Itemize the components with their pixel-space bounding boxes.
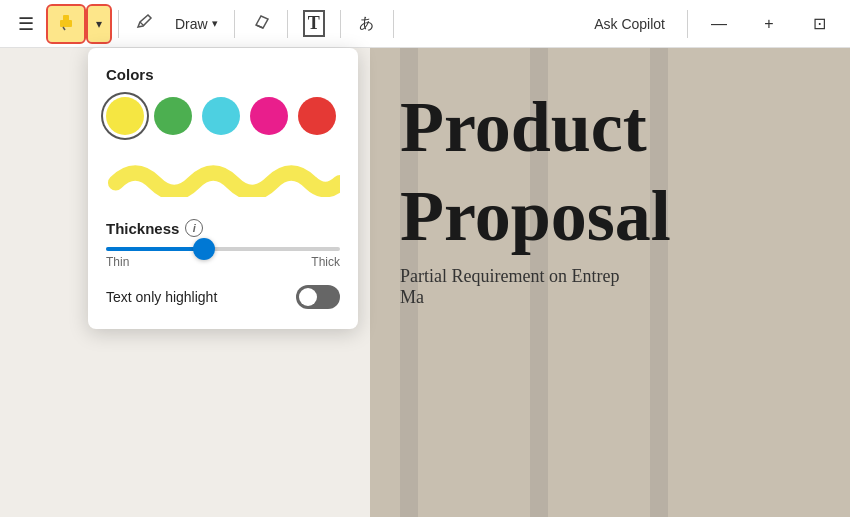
- hamburger-icon: ☰: [18, 13, 34, 35]
- document-area: Product Proposal Partial Requirement on …: [370, 48, 850, 517]
- highlighter-button[interactable]: [48, 6, 84, 42]
- svg-rect-1: [63, 15, 69, 21]
- divider-3: [287, 10, 288, 38]
- slider-thick-label: Thick: [311, 255, 340, 269]
- eraser-icon: [251, 11, 271, 36]
- highlighter-dropdown: Colors Thickness i Thin Thick Text only …: [88, 48, 358, 329]
- svg-marker-3: [138, 15, 151, 27]
- thickness-slider-container: [106, 247, 340, 251]
- ask-copilot-button[interactable]: Ask Copilot: [580, 10, 679, 38]
- draw-chevron-icon: ▾: [212, 17, 218, 30]
- maximize-button[interactable]: +: [746, 0, 792, 48]
- draw-label: Draw: [175, 16, 208, 32]
- divider-2: [234, 10, 235, 38]
- color-swatch-yellow[interactable]: [106, 97, 144, 135]
- divider-5: [393, 10, 394, 38]
- eraser-button[interactable]: [243, 6, 279, 42]
- close-icon: ⊡: [813, 14, 826, 33]
- color-swatch-red[interactable]: [298, 97, 336, 135]
- thickness-info-icon[interactable]: i: [185, 219, 203, 237]
- color-swatch-pink[interactable]: [250, 97, 288, 135]
- text-only-highlight-toggle[interactable]: [296, 285, 340, 309]
- slider-track: [106, 247, 340, 251]
- pen-tool-button[interactable]: [127, 6, 163, 42]
- minimize-icon: —: [711, 15, 727, 33]
- draw-button[interactable]: Draw ▾: [167, 12, 226, 36]
- toggle-knob: [299, 288, 317, 306]
- slider-fill: [106, 247, 204, 251]
- chevron-dropdown-button[interactable]: ▾: [88, 6, 110, 42]
- color-swatch-cyan[interactable]: [202, 97, 240, 135]
- pen-icon: [135, 11, 155, 36]
- toolbar: ☰ ▾ Draw ▾: [0, 0, 850, 48]
- close-button[interactable]: ⊡: [796, 0, 842, 48]
- maximize-icon: +: [764, 15, 773, 33]
- thickness-title: Thickness: [106, 220, 179, 237]
- document-subtitle2: Ma: [400, 287, 820, 308]
- slider-thumb[interactable]: [193, 238, 215, 260]
- svg-line-2: [63, 27, 65, 30]
- divider-4: [340, 10, 341, 38]
- color-swatch-green[interactable]: [154, 97, 192, 135]
- thickness-row: Thickness i: [106, 219, 340, 237]
- toggle-label: Text only highlight: [106, 289, 217, 305]
- minimize-button[interactable]: —: [696, 0, 742, 48]
- slider-labels: Thin Thick: [106, 255, 340, 269]
- font-button[interactable]: あ: [349, 6, 385, 42]
- document-content: Product Proposal Partial Requirement on …: [370, 68, 850, 328]
- highlighter-icon: [56, 11, 76, 36]
- chevron-down-icon: ▾: [96, 17, 102, 31]
- document-subtitle: Partial Requirement on Entrep: [400, 266, 820, 287]
- document-title-line2: Proposal: [400, 177, 820, 256]
- svg-line-6: [256, 25, 263, 28]
- font-icon: あ: [359, 14, 374, 33]
- document-background: Product Proposal Partial Requirement on …: [370, 48, 850, 517]
- toggle-row: Text only highlight: [106, 285, 340, 309]
- text-icon: T: [303, 10, 325, 37]
- divider-1: [118, 10, 119, 38]
- colors-title: Colors: [106, 66, 340, 83]
- wave-preview: [106, 149, 340, 197]
- svg-line-4: [140, 22, 144, 26]
- document-title-line1: Product: [400, 88, 820, 167]
- text-button[interactable]: T: [296, 6, 332, 42]
- color-swatches: [106, 97, 340, 135]
- hamburger-button[interactable]: ☰: [8, 6, 44, 42]
- svg-rect-0: [60, 20, 72, 27]
- slider-thin-label: Thin: [106, 255, 129, 269]
- divider-6: [687, 10, 688, 38]
- ask-copilot-label: Ask Copilot: [594, 16, 665, 32]
